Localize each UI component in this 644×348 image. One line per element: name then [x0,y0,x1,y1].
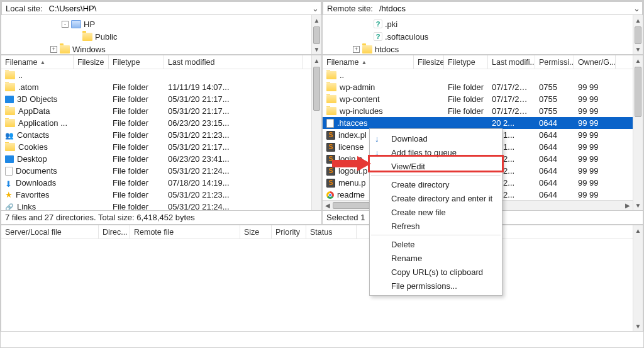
file-permissions: 0644 [535,166,574,176]
file-name: Application ... [18,118,67,128]
expand-icon[interactable]: + [50,46,57,53]
menu-item[interactable]: ↓Download [370,132,502,145]
list-item[interactable]: DocumentsFile folder05/31/20 21:24... [1,165,311,177]
tree-item[interactable]: ?.softaculous [325,30,633,43]
col-filetype[interactable]: Filetype [109,55,164,69]
scroll-thumb[interactable] [635,26,641,44]
scroll-thumb[interactable] [313,26,320,44]
list-item[interactable]: ⬇DownloadsFile folder07/18/20 14:19... [1,177,311,189]
list-item[interactable]: .. [1,69,311,81]
list-item[interactable]: wp-includesFile folder07/17/20 2...07559… [323,105,633,117]
list-item[interactable]: wp-contentFile folder07/17/20 2...075599… [323,93,633,105]
menu-item-label: View/Edit [391,162,425,171]
col-remote-file[interactable]: Remote file [130,225,240,239]
file-name: .. [18,70,23,80]
list-item[interactable]: Application ...File folder06/23/20 23:15… [1,117,311,129]
list-item[interactable]: .. [323,69,633,81]
scroll-up-icon[interactable]: ▲ [633,55,643,65]
col-status[interactable]: Status [306,225,357,239]
col-lastmod[interactable]: Last modifi... [488,55,535,69]
tree-item[interactable]: +Windows [4,43,311,54]
tree-item[interactable]: Public [4,30,311,43]
menu-item[interactable]: Copy URL(s) to clipboard [370,265,502,279]
list-item[interactable]: AppDataFile folder05/31/20 21:17... [1,105,311,117]
scroll-thumb[interactable] [313,67,320,111]
scroll-up-icon[interactable]: ▲ [633,225,643,235]
file-modified: 05/31/20 21:23... [164,130,303,140]
list-item[interactable]: FavoritesFile folder05/31/20 21:23... [1,189,311,201]
col-priority[interactable]: Priority [272,225,306,239]
col-filename[interactable]: Filename [1,55,74,69]
menu-item[interactable]: Create directory [370,177,502,191]
list-item[interactable]: .atomFile folder11/11/19 14:07... [1,81,311,93]
list-item[interactable]: wp-adminFile folder07/17/20 2...075599 9… [323,81,633,93]
list-item[interactable]: LinksFile folder05/31/20 21:24... [1,201,311,210]
scroll-down-icon[interactable]: ▼ [312,44,321,54]
menu-item[interactable]: Refresh [370,219,502,233]
local-path-input[interactable] [47,3,309,14]
remote-headers[interactable]: Filename Filesize Filetype Last modifi..… [323,55,643,69]
scrollbar[interactable]: ▲ ▼ [311,15,321,54]
remote-path-input[interactable] [377,3,631,14]
scrollbar[interactable]: ▲ ▼ [633,225,643,331]
col-permissions[interactable]: Permissi... [535,55,574,69]
remote-tree[interactable]: ?.pki?.softaculous+htdocs [323,15,633,54]
scroll-left-icon[interactable]: ◀ [323,202,333,209]
menu-item[interactable]: Delete [370,237,502,251]
scroll-down-icon[interactable]: ▼ [633,321,643,331]
scroll-down-icon[interactable]: ▼ [633,200,643,210]
menu-item[interactable]: Rename [370,251,502,265]
col-filesize[interactable]: Filesize [414,55,444,69]
expand-icon[interactable]: + [353,46,360,53]
collapse-icon[interactable]: - [62,21,69,28]
sublime-file-icon: S [326,131,335,140]
local-rows[interactable]: ...atomFile folder11/11/19 14:07...3D Ob… [1,69,311,210]
scroll-down-icon[interactable]: ▼ [633,44,643,54]
context-menu[interactable]: ↓Download↓Add files to queueView/EditCre… [369,128,502,296]
list-item[interactable]: CookiesFile folder05/31/20 21:17... [1,141,311,153]
col-filetype[interactable]: Filetype [444,55,488,69]
local-tree[interactable]: -HPPublic+Windows [1,15,311,54]
favorites-icon [5,190,13,199]
list-item[interactable]: 3D ObjectsFile folder05/31/20 21:17... [1,93,311,105]
col-owner[interactable]: Owner/G... [574,55,616,69]
col-server-local[interactable]: Server/Local file [1,225,99,239]
menu-item[interactable]: View/Edit [370,159,502,173]
scroll-thumb[interactable] [635,67,641,117]
tree-item[interactable]: -HP [4,18,311,30]
file-type: File folder [109,166,164,176]
queue-headers[interactable]: Server/Local file Direc... Remote file S… [1,225,643,239]
scroll-up-icon[interactable]: ▲ [633,15,643,25]
file-owner: 99 99 [574,142,616,152]
scroll-right-icon[interactable]: ▶ [623,202,633,209]
list-item[interactable]: .htacces20 2...064499 99 [323,117,633,129]
col-size[interactable]: Size [240,225,272,239]
local-path-label: Local site: [2,4,47,13]
menu-item[interactable]: Create new file [370,205,502,219]
col-filename[interactable]: Filename [323,55,414,69]
tree-item[interactable]: +htdocs [325,43,633,54]
col-lastmod[interactable]: Last modified [164,55,303,69]
menu-item[interactable]: Create directory and enter it [370,191,502,205]
dropdown-icon[interactable]: ⌄ [309,4,321,13]
scroll-up-icon[interactable]: ▲ [312,15,321,25]
scrollbar[interactable]: ▲ ▼ [311,55,321,224]
sublime-file-icon: S [326,143,335,152]
scrollbar[interactable]: ▲ ▼ [633,55,643,210]
scrollbar[interactable]: ▲ ▼ [633,15,643,54]
local-headers[interactable]: Filename Filesize Filetype Last modified [1,55,321,69]
menu-item-label: Copy URL(s) to clipboard [391,267,483,277]
list-item[interactable]: ContactsFile folder05/31/20 21:23... [1,129,311,141]
scroll-up-icon[interactable]: ▲ [312,55,321,65]
file-name: .htacces [337,118,367,128]
file-type: File folder [109,130,164,140]
tree-item[interactable]: ?.pki [325,18,633,30]
col-direction[interactable]: Direc... [99,225,130,239]
file-owner: 99 99 [574,178,616,188]
list-item[interactable]: DesktopFile folder06/23/20 23:41... [1,153,311,165]
menu-item[interactable]: File permissions... [370,279,502,293]
menu-item[interactable]: ↓Add files to queue [370,145,502,159]
col-filesize[interactable]: Filesize [74,55,109,69]
document-icon [5,167,13,176]
dropdown-icon[interactable]: ⌄ [631,4,642,13]
